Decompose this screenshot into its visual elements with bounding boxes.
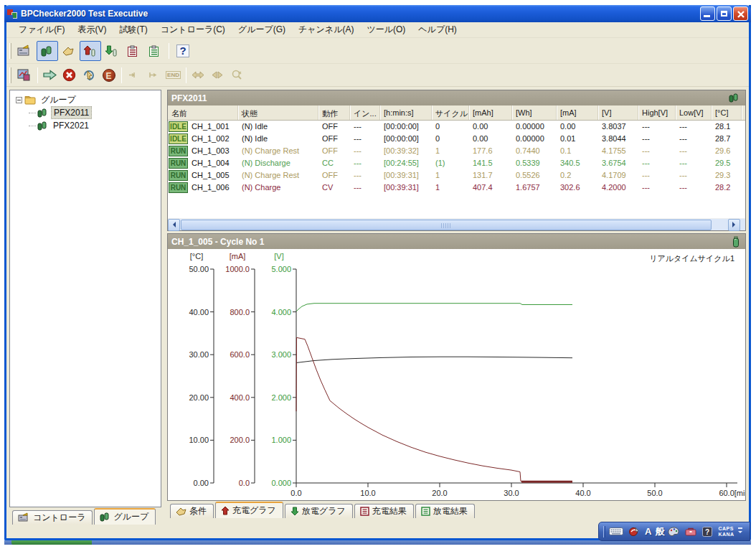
cell-high: --- [638,169,676,182]
column-header-2[interactable]: 動作 [318,105,350,120]
table-row-ch_1_006[interactable]: RUNCH_1_006(N) ChargeCV---[00:39:31]1407… [168,182,745,194]
test-start-button[interactable] [41,66,60,84]
menu-item-5[interactable]: チャンネル(A) [292,22,360,38]
menu-item-2[interactable]: 試験(T) [113,22,153,38]
ime-kana-label[interactable]: KANA [718,532,734,537]
ime-caps-label[interactable]: CAPS [718,526,734,532]
pan-horizontal-button[interactable] [189,66,209,84]
toolbar-grip2[interactable] [9,67,11,83]
close-button[interactable] [733,6,748,21]
discharge-graph-view-button[interactable] [101,41,123,61]
tab-label: 充電結果 [372,505,407,517]
menu-item-7[interactable]: ヘルプ(H) [412,22,463,38]
discharge-result-button[interactable] [144,41,166,61]
table-row-ch_1_003[interactable]: RUNCH_1_003(N) Charge RestOFF---[00:39:3… [168,145,745,157]
column-header-5[interactable]: サイクル [432,105,469,120]
condition-view-button[interactable] [58,41,80,61]
svg-text:[mA]: [mA] [230,252,246,260]
tab-discharge-result[interactable]: 放電結果 [415,504,475,518]
ime-conversion-mode[interactable]: 般 [655,525,664,538]
ime-pen-icon[interactable] [629,526,639,537]
tree-item-pfx2021[interactable]: PFX2021 [11,119,159,132]
tab-controller[interactable]: コントローラ [12,510,93,525]
svg-text:10.0: 10.0 [360,489,375,497]
ime-minimize-options[interactable] [738,527,742,535]
controller-view-button[interactable] [15,41,37,61]
menu-item-4[interactable]: グループ(G) [232,22,292,38]
column-header-7[interactable]: [Wh] [512,105,557,120]
charge-graph-view-button[interactable] [80,41,101,61]
ime-help-icon[interactable]: ? [702,527,712,537]
test-stop-button[interactable] [60,66,80,84]
column-header-6[interactable]: [mAh] [469,105,512,120]
emergency-stop-button[interactable]: E [99,66,118,84]
menu-item-1[interactable]: 表示(V) [71,22,113,38]
tab-charge-result[interactable]: 充電結果 [354,504,414,518]
cell-temp: 28.1 [712,121,742,133]
column-header-1[interactable]: 状態 [238,105,318,120]
ime-input-mode[interactable]: A [645,526,651,537]
cell-cycle: (1) [432,157,469,169]
tree-root-group[interactable]: グループ [11,93,159,106]
toolbar-grip[interactable] [9,43,11,59]
charge-result-button[interactable] [123,41,144,61]
marker-end-button[interactable] [144,66,164,84]
table-row-ch_1_005[interactable]: RUNCH_1_005(N) Charge RestOFF---[00:39:3… [168,169,745,182]
cell-high: --- [638,133,676,145]
menu-item-6[interactable]: ツール(O) [360,22,412,38]
pan-step-button[interactable] [209,66,228,84]
zoom-out-button[interactable] [228,66,247,84]
tab-condition[interactable]: 条件 [170,504,214,518]
minimize-button[interactable] [700,6,715,21]
ime-grip[interactable] [603,526,605,537]
svg-text:リアルタイムサイクル1: リアルタイムサイクル1 [649,254,734,263]
start-button-edge[interactable] [11,540,92,545]
column-header-3[interactable]: イン... [350,105,380,120]
column-header-11[interactable]: Low[V] [676,105,712,120]
tab-group[interactable]: グループ [94,508,156,525]
restore-button[interactable] [717,6,732,21]
menu-item-0[interactable]: ファイル(F) [12,22,71,38]
svg-text:30.0: 30.0 [504,489,519,497]
svg-text:40.00: 40.00 [189,308,209,316]
cell-low: --- [676,145,712,157]
scrollbar-thumb[interactable] [181,220,712,230]
menu-item-3[interactable]: コントローラ(C) [154,22,232,38]
tree-item-pfx2011[interactable]: PFX2011 [11,106,159,119]
help-button[interactable]: ? [172,41,194,61]
cell-state: (N) Idle [238,121,318,133]
ime-palette-icon[interactable] [668,527,679,537]
scroll-right-button[interactable] [728,219,740,231]
table-row-ch_1_004[interactable]: RUNCH_1_004(N) DischargeCC---[00:24:55](… [168,157,745,169]
ime-toolbox-icon[interactable] [685,527,696,536]
cell-state: (N) Idle [238,133,318,145]
navigation-panel: グループ PFX2011PFX2021 コントローラグループ [9,90,161,525]
column-header-12[interactable]: [°C] [712,105,742,120]
horizontal-scrollbar[interactable] [168,218,745,230]
tree-collapse-icon[interactable] [16,97,22,103]
column-header-0[interactable]: 名前 [168,105,238,120]
tab-discharge-graph[interactable]: 放電グラフ [285,504,353,518]
emergency-stop-icon: E [103,69,115,82]
test-continue-button[interactable] [80,66,99,84]
group-view-button[interactable] [37,41,58,61]
column-header-8[interactable]: [mA] [557,105,598,120]
stop-icon [62,68,76,82]
graph-monitor-button[interactable] [15,66,34,84]
column-header-10[interactable]: High[V] [638,105,676,120]
tab-charge-graph[interactable]: 充電グラフ [215,502,283,518]
column-header-9[interactable]: [V] [598,105,638,120]
keyboard-icon[interactable] [609,527,623,536]
panel-splitter[interactable] [161,90,167,525]
table-row-ch_1_001[interactable]: IDLECH_1_001(N) IdleOFF---[00:00:00]00.0… [168,121,745,133]
cell-cycle: 1 [432,145,469,157]
column-header-4[interactable]: [h:min:s] [380,105,432,120]
marker-start-button[interactable] [125,66,144,84]
scroll-left-button[interactable] [168,219,180,231]
marker-start-icon [128,70,139,80]
table-row-ch_1_002[interactable]: IDLECH_1_002(N) IdleOFF---[00:00:00]00.0… [168,133,745,145]
window-titlebar: BPChecker2000 Test Executive [4,5,751,22]
pan-arrows-icon [192,71,204,79]
jump-end-button[interactable]: END [164,66,183,84]
charge-result-icon [127,45,138,57]
